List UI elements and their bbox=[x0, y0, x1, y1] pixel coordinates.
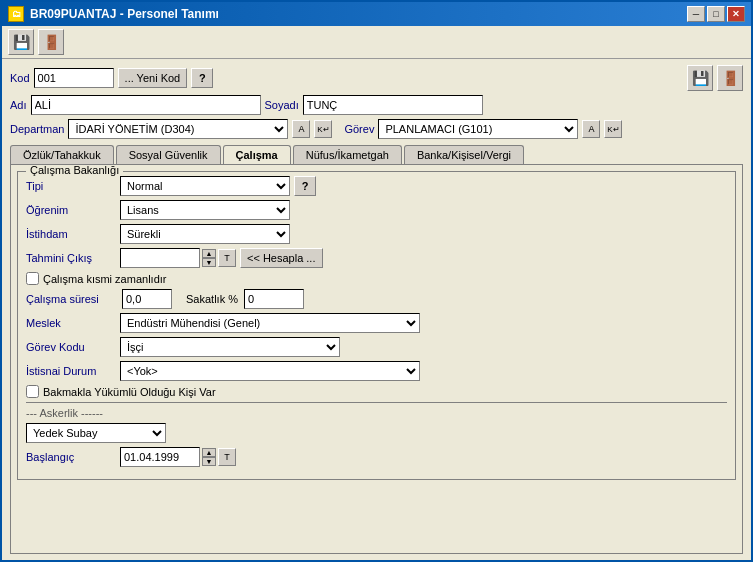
askerlik-select[interactable]: Yedek Subay Er Erbaş Muaf bbox=[26, 423, 166, 443]
istihdam-row: İstihdam Sürekli Geçici Sözleşmeli bbox=[26, 224, 727, 244]
adi-label: Adı bbox=[10, 99, 27, 111]
baslangic-down[interactable]: ▼ bbox=[202, 457, 216, 466]
departman-label: Departman bbox=[10, 123, 64, 135]
istihdam-select[interactable]: Sürekli Geçici Sözleşmeli bbox=[120, 224, 290, 244]
bakmakla-label: Bakmakla Yükümlü Olduğu Kişi Var bbox=[43, 386, 216, 398]
gorev-edit-btn[interactable]: K↵ bbox=[604, 120, 622, 138]
tahmini-cikis-t-btn[interactable]: T bbox=[218, 249, 236, 267]
ogrenim-label: Öğrenim bbox=[26, 204, 116, 216]
hesapla-btn[interactable]: << Hesapla ... bbox=[240, 248, 323, 268]
tahmini-cikis-down[interactable]: ▼ bbox=[202, 258, 216, 267]
main-window: 🗂 BR09PUANTAJ - Personel Tanımı ─ □ ✕ 💾 … bbox=[0, 0, 753, 562]
calisma-bakanlik-group: Çalışma Bakanlığı Tipi Normal Yarı Zaman… bbox=[17, 171, 736, 480]
sakatlık-input[interactable] bbox=[244, 289, 304, 309]
gorev-kodu-row: Görev Kodu İşçi Memur Yönetici bbox=[26, 337, 727, 357]
istihdam-label: İstihdam bbox=[26, 228, 116, 240]
meslek-select[interactable]: Endüstri Mühendisi (Genel) Diğer bbox=[120, 313, 420, 333]
gorev-label: Görev bbox=[344, 123, 374, 135]
tahmini-cikis-label: Tahmini Çıkış bbox=[26, 252, 116, 264]
soyadi-input[interactable] bbox=[303, 95, 483, 115]
tahmini-cikis-spinbtns: ▲ ▼ bbox=[202, 249, 216, 267]
tipi-select[interactable]: Normal Yarı Zamanlı Sözleşmeli bbox=[120, 176, 290, 196]
tahmini-cikis-row: Tahmini Çıkış ▲ ▼ T << Hesapla ... bbox=[26, 248, 727, 268]
tahmini-cikis-up[interactable]: ▲ bbox=[202, 249, 216, 258]
baslangic-spinbtns: ▲ ▼ bbox=[202, 448, 216, 466]
window-title: BR09PUANTAJ - Personel Tanımı bbox=[30, 7, 219, 21]
kod-label: Kod bbox=[10, 72, 30, 84]
tipi-label: Tipi bbox=[26, 180, 116, 192]
gorev-browse-btn[interactable]: A bbox=[582, 120, 600, 138]
tab-sosyal[interactable]: Sosyal Güvenlik bbox=[116, 145, 221, 164]
tabs-row: Özlük/Tahakkuk Sosyal Güvenlik Çalışma N… bbox=[2, 141, 751, 164]
kismi-checkbox[interactable] bbox=[26, 272, 39, 285]
tab-nufus[interactable]: Nüfus/İkametgah bbox=[293, 145, 402, 164]
askerlik-section-label: --- Askerlik ------ bbox=[26, 407, 727, 419]
askerlik-row: Yedek Subay Er Erbaş Muaf bbox=[26, 423, 727, 443]
close-button[interactable]: ✕ bbox=[727, 6, 745, 22]
calisma-suresi-input[interactable] bbox=[122, 289, 172, 309]
baslangic-t-btn[interactable]: T bbox=[218, 448, 236, 466]
save-button[interactable]: 💾 bbox=[8, 29, 34, 55]
adi-input[interactable] bbox=[31, 95, 261, 115]
tipi-help-btn[interactable]: ? bbox=[294, 176, 316, 196]
baslangic-input[interactable] bbox=[120, 447, 200, 467]
baslangic-spinner: ▲ ▼ T bbox=[120, 447, 236, 467]
meslek-row: Meslek Endüstri Mühendisi (Genel) Diğer bbox=[26, 313, 727, 333]
kod-help-button[interactable]: ? bbox=[191, 68, 213, 88]
sakatlık-label: Sakatlık % bbox=[186, 293, 238, 305]
minimize-button[interactable]: ─ bbox=[687, 6, 705, 22]
yeni-kod-button[interactable]: ... Yeni Kod bbox=[118, 68, 188, 88]
bakmakla-checkbox[interactable] bbox=[26, 385, 39, 398]
baslangic-up[interactable]: ▲ bbox=[202, 448, 216, 457]
departman-edit-btn[interactable]: K↵ bbox=[314, 120, 332, 138]
baslangic-label: Başlangıç bbox=[26, 451, 116, 463]
istisnai-label: İstisnai Durum bbox=[26, 365, 116, 377]
departman-browse-btn[interactable]: A bbox=[292, 120, 310, 138]
kismi-label: Çalışma kısmi zamanlıdır bbox=[43, 273, 166, 285]
group-title: Çalışma Bakanlığı bbox=[26, 164, 123, 176]
istisnai-select[interactable]: <Yok> Diğer bbox=[120, 361, 420, 381]
ogrenim-row: Öğrenim Lisans Ön Lisans Lise bbox=[26, 200, 727, 220]
tipi-row: Tipi Normal Yarı Zamanlı Sözleşmeli ? bbox=[26, 176, 727, 196]
bakmakla-row: Bakmakla Yükümlü Olduğu Kişi Var bbox=[26, 385, 727, 398]
tab-banka[interactable]: Banka/Kişisel/Vergi bbox=[404, 145, 524, 164]
gorev-kodu-select[interactable]: İşçi Memur Yönetici bbox=[120, 337, 340, 357]
title-bar: 🗂 BR09PUANTAJ - Personel Tanımı ─ □ ✕ bbox=[2, 2, 751, 26]
extra-exit-button[interactable]: 🚪 bbox=[717, 65, 743, 91]
tab-ozluk[interactable]: Özlük/Tahakkuk bbox=[10, 145, 114, 164]
tahmini-cikis-spinner: ▲ ▼ T bbox=[120, 248, 236, 268]
maximize-button[interactable]: □ bbox=[707, 6, 725, 22]
kod-input[interactable] bbox=[34, 68, 114, 88]
window-icon: 🗂 bbox=[8, 6, 24, 22]
exit-button[interactable]: 🚪 bbox=[38, 29, 64, 55]
meslek-label: Meslek bbox=[26, 317, 116, 329]
ogrenim-select[interactable]: Lisans Ön Lisans Lise bbox=[120, 200, 290, 220]
baslangic-row: Başlangıç ▲ ▼ T bbox=[26, 447, 727, 467]
gorev-select[interactable]: PLANLAMACI (G101) bbox=[378, 119, 578, 139]
title-buttons: ─ □ ✕ bbox=[687, 6, 745, 22]
extra-save-button[interactable]: 💾 bbox=[687, 65, 713, 91]
soyadi-label: Soyadı bbox=[265, 99, 299, 111]
tab-calisma[interactable]: Çalışma bbox=[223, 145, 291, 164]
tab-content-calisma: Çalışma Bakanlığı Tipi Normal Yarı Zaman… bbox=[10, 164, 743, 554]
tahmini-cikis-input[interactable] bbox=[120, 248, 200, 268]
departman-select[interactable]: İDARİ YÖNETİM (D304) bbox=[68, 119, 288, 139]
istisnai-row: İstisnai Durum <Yok> Diğer bbox=[26, 361, 727, 381]
sure-sakatlık-row: Çalışma süresi Sakatlık % bbox=[26, 289, 727, 309]
kismi-row: Çalışma kısmi zamanlıdır bbox=[26, 272, 727, 285]
gorev-kodu-label: Görev Kodu bbox=[26, 341, 116, 353]
calisma-suresi-label: Çalışma süresi bbox=[26, 293, 116, 305]
